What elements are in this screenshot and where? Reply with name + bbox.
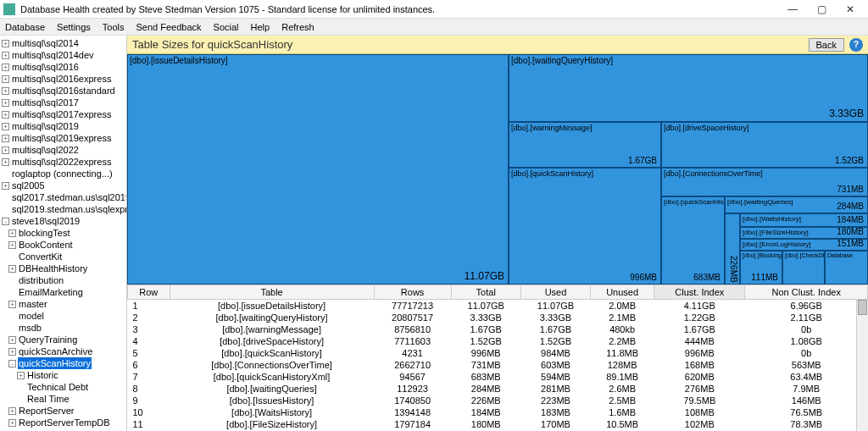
expand-icon[interactable]: + [8, 241, 16, 249]
column-header[interactable]: Rows [374, 285, 451, 300]
expand-icon[interactable]: + [2, 40, 9, 47]
tree-item[interactable]: +multisql\sql2019 [0, 120, 126, 132]
column-header[interactable]: Clust. Index [654, 285, 745, 300]
menu-refresh[interactable]: Refresh [281, 22, 314, 32]
treemap-cell[interactable]: [dbo].[warningMessage] 1.67GB [509, 122, 661, 168]
tree-item[interactable]: +multisql\sql2014 [0, 37, 126, 49]
treemap-cell[interactable]: 226MB [725, 213, 740, 285]
tree-item[interactable]: +ReportServerTempDB [0, 417, 126, 428]
expand-icon[interactable]: + [2, 87, 9, 95]
treemap-cell[interactable]: [dbo].[quickScanHistory] 996MB [509, 168, 661, 285]
tree-item[interactable]: Technical Debt [0, 381, 126, 393]
expand-icon[interactable]: + [2, 123, 9, 130]
table-row[interactable]: 9[dbo].[IssuesHistory]1740850226MB223MB2… [128, 395, 868, 406]
menu-send-feedback[interactable]: Send Feedback [136, 22, 202, 32]
tree-item[interactable]: +multisql\sql2016standard [0, 85, 126, 97]
menu-settings[interactable]: Settings [57, 22, 91, 32]
menu-social[interactable]: Social [214, 22, 239, 32]
table-row[interactable]: 10[dbo].[WaitsHistory]1394148184MB183MB1… [128, 406, 868, 418]
treemap-cell[interactable]: [dbo].[FileSizeHistory] 180MB [740, 227, 868, 239]
tree-item[interactable]: sql2019.stedman.us\sqlexpress (Dis [0, 203, 126, 215]
tree-item[interactable]: +BookContent [0, 239, 126, 251]
tree-item[interactable]: sql2017.stedman.us\sql2019 (Disco [0, 191, 126, 203]
server-tree[interactable]: +multisql\sql2014+multisql\sql2014dev+mu… [0, 36, 127, 431]
table-row[interactable]: 3[dbo].[warningMessage]87568101.67GB1.67… [128, 323, 868, 335]
close-button[interactable]: ✕ [836, 1, 865, 18]
expand-icon[interactable]: + [8, 336, 16, 344]
tree-item[interactable]: msdb [0, 322, 126, 334]
expand-icon[interactable]: + [8, 419, 16, 427]
treemap-cell[interactable]: [dbo].[waitingQueries] 284MB [725, 196, 868, 213]
tree-item[interactable]: +multisql\sql2019express [0, 132, 126, 144]
expand-icon[interactable]: + [8, 407, 16, 415]
menu-database[interactable]: Database [5, 22, 45, 32]
column-header[interactable]: Table [170, 285, 374, 300]
tree-item[interactable]: +multisql\sql2022express [0, 156, 126, 168]
tree-item[interactable]: +quickScanArchive [0, 345, 126, 357]
tree-item[interactable]: distribution [0, 274, 126, 286]
tree-item[interactable]: +ReportServer [0, 405, 126, 417]
table-row[interactable]: 2[dbo].[waitingQueryHistory]208075173.33… [128, 312, 868, 323]
expand-icon[interactable]: + [8, 265, 16, 273]
tree-item[interactable]: EmailMarketing [0, 286, 126, 298]
tree-item[interactable]: ConvertKit [0, 251, 126, 262]
treemap-cell[interactable]: [dbo].[ConnectionsOverTime] 731MB [661, 168, 868, 196]
expand-icon[interactable]: + [2, 75, 9, 83]
expand-icon[interactable]: + [2, 182, 9, 190]
expand-icon[interactable]: + [17, 372, 25, 379]
tree-item[interactable]: +multisql\sql2016express [0, 73, 126, 85]
help-icon[interactable]: ? [849, 38, 863, 52]
expand-icon[interactable]: + [8, 348, 16, 356]
treemap-cell[interactable]: [dbo].[BlockingByHourHistory] 111MB [740, 251, 782, 285]
menu-tools[interactable]: Tools [103, 22, 125, 32]
table-row[interactable]: 7[dbo].[quickScanHistoryXml]94567683MB59… [128, 371, 868, 383]
minimize-button[interactable]: — [778, 1, 807, 18]
grid-scroll-thumb[interactable] [858, 300, 867, 315]
collapse-icon[interactable]: - [2, 218, 9, 225]
tree-item[interactable]: Real Time [0, 393, 126, 405]
tree-item[interactable]: +DBHealthHistory [0, 262, 126, 274]
tree-item[interactable]: +multisql\sql2022 [0, 144, 126, 156]
treemap-cell[interactable]: [dbo].[WaitsHistory] 184MB [740, 213, 868, 227]
back-button[interactable]: Back [809, 38, 844, 52]
treemap-cell[interactable]: [dbo].[waitingQueryHistory] 3.33GB [509, 54, 868, 122]
expand-icon[interactable]: + [8, 301, 16, 308]
tree-item[interactable]: +multisql\sql2017 [0, 97, 126, 108]
table-row[interactable]: 11[dbo].[FileSizeHistory]1797184180MB170… [128, 418, 868, 430]
treemap-cell[interactable]: [dbo].[ErrorLogHistory] 151MB [740, 239, 868, 251]
tree-item[interactable]: +sql2005 [0, 180, 126, 191]
expand-icon[interactable]: + [2, 158, 9, 166]
tree-item[interactable]: +master [0, 298, 126, 310]
expand-icon[interactable]: + [8, 229, 16, 237]
column-header[interactable]: Used [520, 285, 590, 300]
table-row[interactable]: 5[dbo].[quickScanHistory]4231996MB984MB1… [128, 347, 868, 359]
tree-item[interactable]: +blockingTest [0, 227, 126, 239]
treemap-cell[interactable]: [dbo].[CheckDBHistory] [782, 251, 825, 285]
expand-icon[interactable]: + [2, 99, 9, 107]
treemap-chart[interactable]: [dbo].[issueDetailsHistory] 11.07GB [dbo… [127, 54, 868, 285]
column-header[interactable]: Unused [591, 285, 654, 300]
tree-item[interactable]: model [0, 310, 126, 322]
expand-icon[interactable]: + [2, 64, 9, 71]
tree-item[interactable]: -quickScanHistory [0, 357, 126, 369]
table-row[interactable]: 1[dbo].[issueDetailsHistory]7771721311.0… [128, 300, 868, 312]
expand-icon[interactable]: + [2, 135, 9, 142]
column-header[interactable]: Row [128, 285, 170, 300]
table-sizes-grid[interactable]: RowTableRowsTotalUsedUnusedClust. IndexN… [127, 285, 868, 431]
tree-item[interactable]: +multisql\sql2016 [0, 61, 126, 73]
table-row[interactable]: 6[dbo].[ConnectionsOverTime]2662710731MB… [128, 359, 868, 371]
tree-item[interactable]: +multisql\sql2014dev [0, 49, 126, 61]
column-header[interactable]: Non Clust. Index [745, 285, 868, 300]
collapse-icon[interactable]: - [8, 360, 16, 367]
treemap-cell[interactable]: Database [825, 251, 868, 285]
tree-item[interactable]: +Historic [0, 369, 126, 381]
treemap-cell[interactable]: [dbo].[quickScanHistoryXml] 683MB [661, 196, 725, 285]
treemap-cell[interactable]: [dbo].[issueDetailsHistory] 11.07GB [127, 54, 509, 285]
tree-item[interactable]: +multisql\sql2017express [0, 108, 126, 120]
table-row[interactable]: 4[dbo].[driveSpaceHistory]77116031.52GB1… [128, 335, 868, 347]
table-row[interactable]: 8[dbo].[waitingQueries]112923284MB281MB2… [128, 383, 868, 395]
expand-icon[interactable]: + [2, 111, 9, 119]
expand-icon[interactable]: + [2, 146, 9, 154]
tree-item[interactable]: roglaptop (connecting...) [0, 168, 126, 180]
tree-item[interactable]: -steve18\sql2019 [0, 215, 126, 227]
